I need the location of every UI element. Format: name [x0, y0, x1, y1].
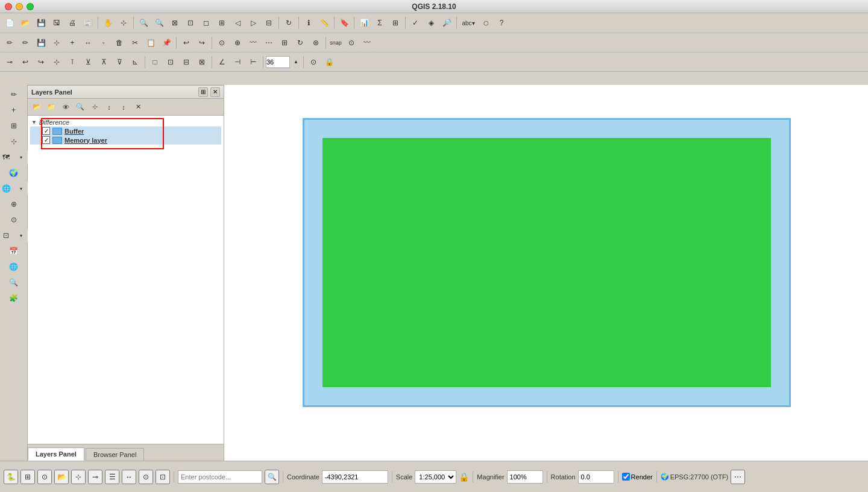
float-panel-btn[interactable]: ⊞ [198, 87, 208, 97]
collapse-all-btn[interactable]: ↕ [117, 101, 130, 114]
epsg-badge[interactable]: 🌍 EPSG:27700 (OTF) [661, 473, 729, 481]
search-btn[interactable]: 🔍 [7, 275, 21, 290]
stats-button[interactable]: 📊 [357, 16, 371, 30]
zoom-full-button[interactable]: ⊞ [215, 16, 229, 30]
snap-dist-btn[interactable]: ⊣ [230, 55, 245, 69]
cut-features-btn[interactable]: ✂ [128, 36, 142, 50]
scale-select[interactable]: 1:25,000 1:50,000 1:10,000 [415, 470, 456, 484]
zoom-last-button[interactable]: ◁ [230, 16, 245, 30]
pan-button[interactable]: ✋ [101, 16, 115, 30]
merge-btn[interactable]: ⊞ [277, 36, 292, 50]
print-button[interactable]: 🖨 [65, 16, 80, 30]
layer-group-difference-header[interactable]: ▼ Difference [30, 118, 221, 126]
gps-btn[interactable]: ⊙ [7, 213, 21, 227]
remote-btn[interactable]: ⊞ [20, 470, 35, 484]
pan-sb-btn[interactable]: 🗺 [0, 150, 13, 164]
zoom-selection-button[interactable]: ⊡ [183, 16, 198, 30]
globe-dropdown-btn[interactable]: ▾ [14, 181, 28, 196]
globe2-btn[interactable]: 🌐 [7, 260, 21, 274]
composer-button[interactable]: 📰 [81, 16, 95, 30]
save-as-button[interactable]: 🖫 [49, 16, 64, 30]
undo-btn[interactable]: ↩ [179, 36, 193, 50]
simplify-btn[interactable]: 〰 [246, 36, 260, 50]
node-tool-btn[interactable]: ◦ [96, 36, 111, 50]
move-btn[interactable]: ↔ [122, 470, 136, 484]
cad-ext-btn[interactable]: ⊠ [195, 55, 209, 69]
topology-button[interactable]: ◈ [424, 16, 438, 30]
adv-tool3-btn[interactable]: ⊻ [81, 55, 95, 69]
filter-by-expr-btn[interactable]: ⊹ [88, 101, 101, 114]
layer-checkbox-memory[interactable]: ✓ [42, 136, 50, 144]
refresh-button[interactable]: ↻ [281, 16, 296, 30]
construction-btn[interactable]: ⊙ [306, 55, 321, 69]
angle-up-btn[interactable]: ▲ [291, 58, 301, 66]
rotation-input[interactable] [578, 470, 614, 484]
select-button[interactable]: ⊹ [116, 16, 131, 30]
capture-btn[interactable]: ⊡ [156, 470, 170, 484]
zoom-out-button[interactable]: 🔍 [152, 16, 166, 30]
zoom-actual-button[interactable]: ⊠ [168, 16, 182, 30]
adv-tool6-btn[interactable]: ⊾ [128, 55, 142, 69]
plugin-btn[interactable]: 🧩 [7, 291, 21, 305]
wms-dropdown-btn[interactable]: ▾ [14, 228, 28, 243]
help-button[interactable]: ? [494, 16, 509, 30]
redo-btn[interactable]: ↪ [195, 36, 209, 50]
wms-btn[interactable]: ⊡ [0, 228, 13, 243]
angle-input[interactable] [266, 56, 290, 68]
adv-tool1-btn[interactable]: ⊹ [49, 55, 64, 69]
ring-btn[interactable]: ⊙ [215, 36, 229, 50]
postcode-search-btn[interactable]: 🔍 [265, 470, 279, 484]
measure-button[interactable]: 📏 [317, 16, 332, 30]
layer-props-btn[interactable]: ⊞ [7, 119, 21, 133]
adv-tool5-btn[interactable]: ⊽ [112, 55, 127, 69]
snap-coord-btn[interactable]: ⊢ [246, 55, 260, 69]
save-edits-btn[interactable]: 💾 [34, 36, 48, 50]
open-button[interactable]: 📂 [18, 16, 33, 30]
postcode-input[interactable] [178, 470, 262, 484]
offset-point-btn[interactable]: ⊛ [309, 36, 323, 50]
rotate-point-btn[interactable]: ↻ [293, 36, 307, 50]
select-by-expr-btn[interactable]: ⊹ [7, 134, 21, 149]
close-panel-btn[interactable]: ✕ [210, 87, 220, 97]
magnifier-input[interactable] [507, 470, 543, 484]
part-btn[interactable]: ⊕ [230, 36, 245, 50]
calendar-btn[interactable]: 📅 [7, 244, 21, 258]
remove-layer-btn[interactable]: ✕ [131, 101, 145, 114]
pan-dropdown-btn[interactable]: ▾ [14, 150, 28, 164]
label-toolbar-btn[interactable]: abc▾ [459, 16, 477, 30]
delete-selected-btn[interactable]: 🗑 [112, 36, 127, 50]
new-map-btn[interactable]: ⊹ [71, 470, 86, 484]
show-hidden-btn[interactable]: 👁 [59, 101, 72, 114]
coordinate-input[interactable] [322, 470, 388, 484]
adv-tool4-btn[interactable]: ⊼ [96, 55, 111, 69]
tracing-btn[interactable]: 〰 [360, 36, 374, 50]
search-attrs-button[interactable]: 🔎 [439, 16, 454, 30]
minimize-button[interactable] [16, 3, 23, 10]
zoom-in-button[interactable]: 🔍 [136, 16, 151, 30]
add-feature-btn[interactable]: + [65, 36, 80, 50]
render-checkbox[interactable] [622, 473, 630, 481]
map-canvas[interactable] [224, 85, 868, 461]
filter-layers-btn[interactable]: 🔍 [74, 101, 87, 114]
add-layer-btn[interactable]: + [7, 103, 21, 117]
tab-layers[interactable]: Layers Panel [28, 447, 84, 461]
layer-checkbox-buffer[interactable]: ✓ [42, 127, 50, 135]
current-edits-btn[interactable]: ✏ [2, 36, 17, 50]
field-calculator-button[interactable]: Σ [373, 16, 387, 30]
adv-digit-btn[interactable]: ⊸ [2, 55, 17, 69]
layer-item-buffer[interactable]: ✓ Buffer [30, 126, 221, 135]
cad-center-btn[interactable]: ⊡ [163, 55, 178, 69]
identify-button[interactable]: ℹ [301, 16, 316, 30]
lock-btn[interactable]: 🔒 [322, 55, 336, 69]
gps-status-btn[interactable]: ⊙ [37, 470, 52, 484]
paste-features-btn[interactable]: 📌 [159, 36, 174, 50]
attr-table-button[interactable]: ⊞ [388, 16, 403, 30]
adv-redo-btn[interactable]: ↪ [34, 55, 48, 69]
layer-order-btn[interactable]: ☰ [105, 470, 119, 484]
globe-btn[interactable]: 🌐 [0, 181, 13, 196]
enable-snapping-btn[interactable]: ⊙ [344, 36, 359, 50]
snap-status-btn[interactable]: ⊙ [139, 470, 153, 484]
layer-item-memory[interactable]: ✓ Memory layer [30, 135, 221, 145]
move-feature-btn[interactable]: ↔ [81, 36, 95, 50]
georef-btn[interactable]: ⊕ [7, 197, 21, 211]
